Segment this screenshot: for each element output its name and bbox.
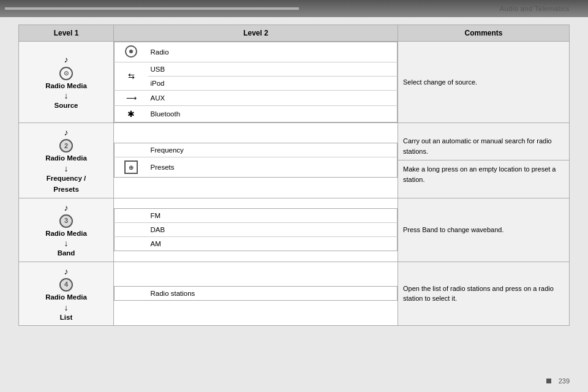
list-item: ⊕ Presets (115, 157, 398, 178)
aux-icon: ⟶ (126, 94, 137, 102)
comment-frequency: Carry out an automatic or manual search … (398, 132, 569, 160)
top-bar-decoration (5, 7, 299, 10)
level2-label-dab: DAB (148, 223, 398, 237)
list-item: Radio stations (115, 287, 398, 301)
level2-cell-freq: Frequency ⊕ Presets (114, 123, 398, 198)
list-item: AM (115, 237, 398, 251)
level2-label-frequency: Frequency (148, 143, 398, 157)
comment-cell-band: Press Band to change waveband. (398, 198, 570, 262)
level1-text-list: Radio Media↓List (24, 293, 108, 320)
level2-cell-list: Radio stations (114, 262, 398, 325)
table-row: ♪ ⊙ Radio Media↓Source Radio (19, 42, 570, 123)
table-row: ♪ 2 Radio Media↓Frequency /Presets Frequ… (19, 123, 570, 198)
level1-text: Radio Media↓Source (24, 82, 108, 109)
list-item: ⟶ AUX (115, 91, 398, 106)
level1-text-band: Radio Media↓Band (24, 230, 108, 257)
music-note-icon: ♪ (64, 53, 69, 66)
level2-label-usb: USB (148, 62, 398, 77)
level2-cell-source: Radio ⇆ USB iPod (114, 42, 398, 123)
content-area: Level 1 Level 2 Comments ♪ ⊙ Radio Media… (18, 24, 570, 368)
music-note-icon-2: ♪ (64, 126, 69, 139)
radio-target-icon: ⊙ (59, 67, 73, 80)
list-item: Frequency (115, 143, 398, 157)
comment-cell-list: Open the list of radio stations and pres… (398, 262, 570, 325)
level1-cell-freq: ♪ 2 Radio Media↓Frequency /Presets (19, 123, 114, 198)
level2-label-aux: AUX (148, 91, 398, 106)
list-item: FM (115, 209, 398, 223)
table-row: ♪ 3 Radio Media↓Band FM DAB (19, 198, 570, 262)
header-comments: Comments (398, 25, 570, 42)
list-item: iPod (115, 77, 398, 91)
header-level2: Level 2 (114, 25, 398, 42)
level1-cell-list: ♪ 4 Radio Media↓List (19, 262, 114, 325)
usb-icon: ⇆ (128, 72, 135, 81)
header-level1: Level 1 (19, 25, 114, 42)
page-marker (546, 379, 551, 383)
bluetooth-icon: ✱ (127, 109, 135, 119)
table-row: ♪ 4 Radio Media↓List Radio stations Open… (19, 262, 570, 325)
list-item: ✱ Bluetooth (115, 106, 398, 123)
list-item: ⇆ USB (115, 62, 398, 77)
music-note-icon-4: ♪ (64, 265, 69, 278)
level2-label-ipod: iPod (148, 77, 398, 91)
comment-cell-source: Select change of source. (398, 42, 570, 123)
comment-cell-freq: Carry out an automatic or manual search … (398, 123, 570, 198)
preset-icon: ⊕ (124, 160, 138, 174)
level2-cell-band: FM DAB AM (114, 198, 398, 262)
main-table: Level 1 Level 2 Comments ♪ ⊙ Radio Media… (18, 24, 570, 326)
num-2-icon: 2 (59, 139, 73, 153)
target-icon (125, 45, 137, 58)
num-4-icon: 4 (59, 278, 73, 292)
level1-cell-band: ♪ 3 Radio Media↓Band (19, 198, 114, 262)
level1-cell-source: ♪ ⊙ Radio Media↓Source (19, 42, 114, 123)
level1-text-freq: Radio Media↓Frequency /Presets (24, 154, 108, 193)
level2-label-bluetooth: Bluetooth (148, 106, 398, 123)
level2-label-radio-stations: Radio stations (148, 287, 398, 301)
list-item: Radio (115, 42, 398, 62)
music-note-icon-3: ♪ (64, 201, 69, 214)
page-number: 239 (559, 377, 570, 385)
level2-label-radio: Radio (148, 42, 398, 62)
level2-label-am: AM (148, 237, 398, 251)
page-header-title: Audio and Telematics (500, 5, 570, 12)
comment-presets: Make a long press on an empty location t… (398, 160, 569, 188)
num-3-icon: 3 (59, 214, 73, 228)
level2-label-fm: FM (148, 209, 398, 223)
list-item: DAB (115, 223, 398, 237)
level2-label-presets: Presets (148, 157, 398, 178)
